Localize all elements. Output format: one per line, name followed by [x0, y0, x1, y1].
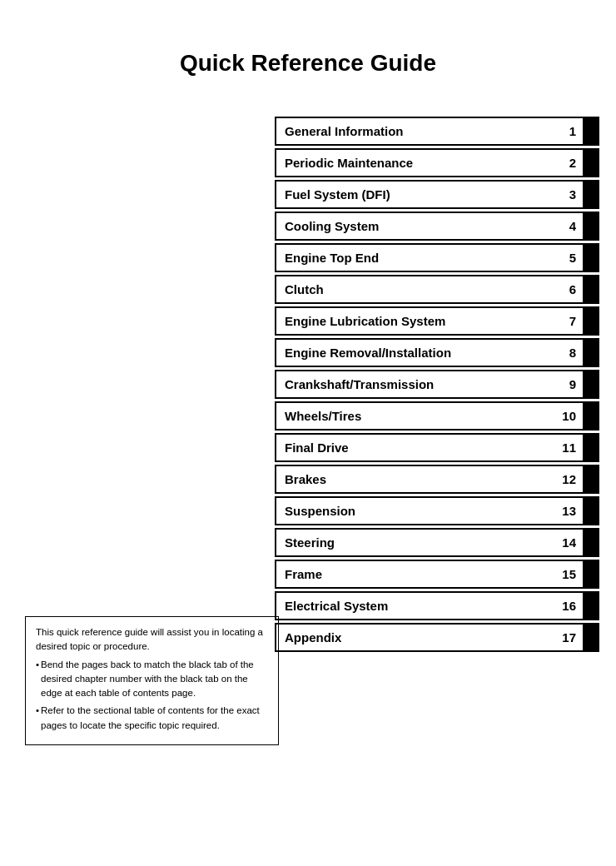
toc-item-label: Clutch — [276, 276, 551, 302]
page-title: Quick Reference Guide — [0, 0, 616, 110]
toc-row[interactable]: Engine Lubrication System7 — [275, 306, 599, 336]
toc-item-number: 17 — [551, 625, 583, 650]
toc-row[interactable]: Periodic Maintenance2 — [275, 148, 599, 177]
info-box: This quick reference guide will assist y… — [25, 616, 279, 745]
toc-tab — [583, 371, 598, 397]
toc-item-label: General Information — [276, 118, 551, 144]
toc-item-number: 11 — [551, 435, 583, 460]
toc-row[interactable]: Fuel System (DFI)3 — [275, 180, 599, 209]
toc-item-number: 14 — [551, 530, 583, 555]
toc-row[interactable]: Frame15 — [275, 560, 599, 589]
toc-container: General Information1Periodic Maintenance… — [275, 117, 599, 654]
toc-item-label: Cooling System — [276, 213, 551, 239]
toc-item-number: 3 — [551, 182, 583, 207]
toc-item-number: 9 — [551, 371, 583, 397]
toc-item-label: Periodic Maintenance — [276, 150, 551, 176]
toc-row[interactable]: Cooling System4 — [275, 212, 599, 241]
toc-item-label: Suspension — [276, 498, 551, 524]
toc-item-label: Engine Top End — [276, 245, 551, 271]
toc-item-number: 4 — [551, 213, 583, 239]
toc-item-number: 8 — [551, 340, 583, 366]
toc-item-label: Crankshaft/Transmission — [276, 371, 551, 397]
toc-item-number: 5 — [551, 245, 583, 271]
toc-item-number: 12 — [551, 466, 583, 492]
toc-tab — [583, 435, 598, 460]
toc-item-label: Steering — [276, 530, 551, 555]
toc-item-label: Brakes — [276, 466, 551, 492]
info-bullet-1: • Bend the pages back to match the black… — [36, 658, 268, 701]
toc-item-label: Engine Lubrication System — [276, 308, 551, 334]
toc-tab — [583, 213, 598, 239]
toc-row[interactable]: Crankshaft/Transmission9 — [275, 370, 599, 399]
toc-item-label: Fuel System (DFI) — [276, 182, 551, 207]
toc-tab — [583, 150, 598, 176]
toc-item-number: 13 — [551, 498, 583, 524]
toc-row[interactable]: Clutch6 — [275, 275, 599, 304]
toc-item-number: 2 — [551, 150, 583, 176]
toc-row[interactable]: General Information1 — [275, 117, 599, 146]
toc-tab — [583, 182, 598, 207]
toc-item-label: Wheels/Tires — [276, 403, 551, 429]
toc-tab — [583, 308, 598, 334]
toc-row[interactable]: Steering14 — [275, 528, 599, 557]
toc-tab — [583, 498, 598, 524]
toc-tab — [583, 530, 598, 555]
toc-item-number: 1 — [551, 118, 583, 144]
toc-item-number: 7 — [551, 308, 583, 334]
toc-tab — [583, 625, 598, 650]
toc-tab — [583, 340, 598, 366]
toc-item-label: Engine Removal/Installation — [276, 340, 551, 366]
toc-tab — [583, 276, 598, 302]
toc-tab — [583, 466, 598, 492]
toc-item-number: 15 — [551, 561, 583, 587]
toc-row[interactable]: Suspension13 — [275, 496, 599, 525]
toc-row[interactable]: Final Drive11 — [275, 433, 599, 462]
toc-row[interactable]: Engine Top End5 — [275, 243, 599, 272]
toc-tab — [583, 118, 598, 144]
toc-row[interactable]: Wheels/Tires10 — [275, 401, 599, 431]
toc-tab — [583, 245, 598, 271]
info-bullet-2: • Refer to the sectional table of conten… — [36, 704, 268, 733]
toc-tab — [583, 561, 598, 587]
toc-item-label: Electrical System — [276, 593, 551, 619]
toc-item-label: Final Drive — [276, 435, 551, 460]
info-intro: This quick reference guide will assist y… — [36, 625, 268, 654]
toc-row[interactable]: Appendix17 — [275, 623, 599, 652]
toc-item-number: 16 — [551, 593, 583, 619]
toc-row[interactable]: Engine Removal/Installation8 — [275, 338, 599, 367]
toc-item-number: 6 — [551, 276, 583, 302]
toc-item-label: Frame — [276, 561, 551, 587]
toc-item-number: 10 — [551, 403, 583, 429]
toc-row[interactable]: Brakes12 — [275, 465, 599, 494]
toc-item-label: Appendix — [276, 625, 551, 650]
toc-row[interactable]: Electrical System16 — [275, 591, 599, 620]
toc-tab — [583, 403, 598, 429]
toc-tab — [583, 593, 598, 619]
